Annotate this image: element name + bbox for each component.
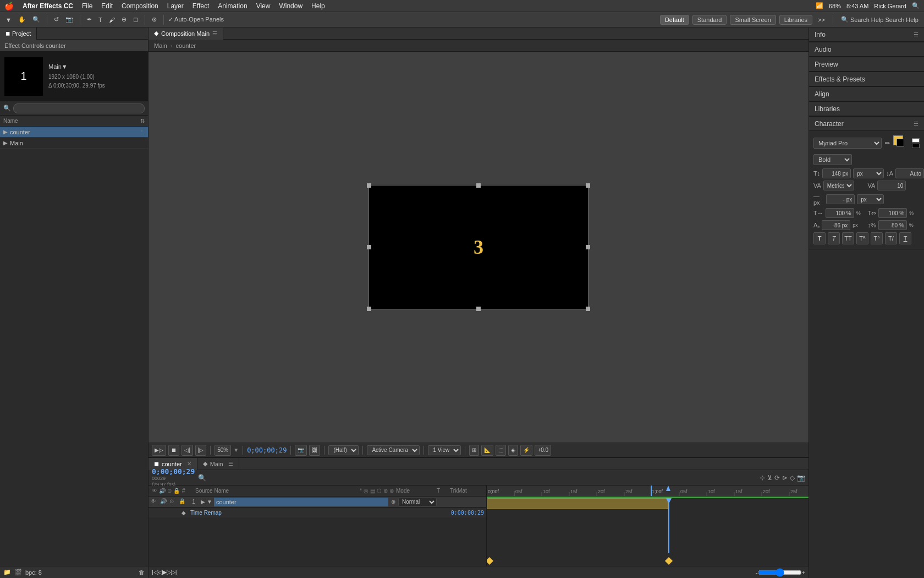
breadcrumb-child[interactable]: counter	[176, 42, 196, 49]
baseline-unit[interactable]: px	[857, 194, 883, 204]
menu-view[interactable]: View	[256, 2, 271, 10]
baseline-input[interactable]	[826, 194, 855, 204]
apple-icon[interactable]: 🍎	[4, 2, 14, 10]
layer-eye-toggle[interactable]: 👁	[151, 498, 158, 506]
audio-header[interactable]: Audio	[809, 42, 924, 57]
layer-solo-toggle[interactable]: ⊙	[169, 498, 177, 506]
new-folder-icon[interactable]: 📁	[3, 569, 11, 576]
tracking-input[interactable]	[877, 181, 906, 190]
sort-icon[interactable]: ⇅	[140, 118, 145, 124]
font-picker-icon[interactable]: ✏	[885, 140, 890, 147]
ts-sub-btn[interactable]: T/	[885, 232, 897, 244]
viewer-grid[interactable]: ⊞	[469, 445, 479, 456]
tool-type[interactable]: T	[96, 14, 105, 26]
info-header[interactable]: Info ☰	[809, 28, 924, 42]
workspace-more[interactable]: >>	[816, 14, 827, 26]
tool-hand[interactable]: ✋	[16, 14, 28, 26]
timeline-snap-icon[interactable]: ⊳	[782, 474, 788, 482]
layer-name[interactable]: counter	[214, 498, 388, 506]
kerning-select[interactable]: Metrics	[823, 181, 854, 190]
viewer-stop[interactable]: ⏹	[168, 445, 179, 456]
horiz-scale-input[interactable]	[878, 208, 907, 218]
ts-bold-btn[interactable]: T	[813, 232, 826, 244]
timeline-nav-play[interactable]: ▶	[162, 569, 167, 576]
item-options-counter[interactable]: ⋮	[139, 129, 145, 135]
comp-tab-main[interactable]: ◆ Composition Main ☰	[148, 28, 223, 40]
font-size-unit[interactable]: px	[853, 168, 884, 178]
handle-middle-left[interactable]	[367, 245, 371, 249]
timeline-zoom-slider[interactable]	[758, 568, 802, 577]
viewer-zoom-display[interactable]: 50%	[215, 445, 231, 456]
vert-scale-input[interactable]	[826, 208, 854, 218]
search-help-btn[interactable]: 🔍 Search HelpSearch Help	[839, 14, 921, 26]
tool-rotate[interactable]: ↺	[52, 14, 61, 26]
timeline-search-icon[interactable]: 🔍	[198, 474, 206, 482]
comp-tab-menu[interactable]: ☰	[212, 30, 217, 36]
effects-header[interactable]: Effects & Presets	[809, 72, 924, 86]
handle-bottom-right[interactable]	[586, 307, 590, 311]
character-header[interactable]: Character ☰	[809, 117, 924, 131]
swatch-white[interactable]	[912, 138, 920, 143]
timeline-tab-main-menu[interactable]: ☰	[228, 461, 233, 467]
font-size-input[interactable]	[822, 168, 851, 178]
align-header[interactable]: Align	[809, 87, 924, 101]
handle-top-left[interactable]	[367, 183, 371, 188]
font-select[interactable]: Myriad Pro	[813, 138, 882, 149]
tab-project[interactable]: ◼ Project	[0, 28, 37, 40]
viewer-motion-blur[interactable]: ◈	[508, 445, 518, 456]
libraries-header[interactable]: Libraries	[809, 102, 924, 116]
viewer-rulers[interactable]: 📐	[481, 445, 493, 456]
viewer-camera-select[interactable]: Active Camera	[367, 445, 420, 455]
timeline-marker-icon[interactable]: ◇	[790, 474, 795, 482]
timeline-extract-icon[interactable]: ⊻	[767, 474, 772, 482]
tool-eraser[interactable]: ◻	[131, 14, 140, 26]
viewer-exposure[interactable]: +0.0	[535, 445, 551, 456]
menu-composition[interactable]: Composition	[122, 2, 158, 10]
ts-italic-btn[interactable]: T	[828, 232, 840, 244]
timeline-timecode[interactable]: 0;00;00;29	[152, 467, 195, 476]
handle-middle-right[interactable]	[586, 245, 590, 249]
character-menu-icon[interactable]: ☰	[914, 121, 919, 127]
tool-zoom[interactable]: 🔍	[30, 14, 42, 26]
breadcrumb-root[interactable]: Main	[154, 42, 167, 49]
time-remap-keyframe-icon[interactable]: ◆	[182, 510, 186, 516]
timeline-nav-start[interactable]: |◁	[152, 569, 158, 576]
viewer-views-select[interactable]: 1 View	[428, 445, 461, 455]
handle-top-center[interactable]	[476, 183, 481, 188]
layer-mode-select[interactable]: Normal	[398, 498, 437, 506]
tool-brush[interactable]: 🖌	[107, 14, 117, 26]
leading-input[interactable]	[895, 168, 924, 178]
timeline-zoom-in[interactable]: +	[802, 569, 805, 576]
timeline-lift-icon[interactable]: ⊹	[760, 474, 765, 482]
ts-underline-btn[interactable]: T	[899, 232, 911, 244]
vert-tracking-input[interactable]	[878, 220, 907, 230]
layer-audio-toggle[interactable]: 🔊	[160, 498, 168, 506]
workspace-small-screen[interactable]: Small Screen	[730, 15, 776, 25]
ts-allcaps-btn[interactable]: TT	[842, 232, 854, 244]
menu-file[interactable]: File	[82, 2, 92, 10]
tsume-input[interactable]	[822, 220, 850, 230]
menu-window[interactable]: Window	[279, 2, 302, 10]
info-menu-icon[interactable]: ☰	[914, 31, 919, 37]
layer-expand-icon[interactable]: ▼	[207, 499, 212, 505]
new-comp-icon[interactable]: 🎬	[14, 569, 22, 576]
timeline-camera-icon[interactable]: 📷	[797, 474, 805, 482]
viewer-frame-back[interactable]: ◁|	[182, 445, 193, 456]
ts-smallcaps-btn[interactable]: Tᴿ	[856, 232, 868, 244]
workspace-default[interactable]: Default	[660, 15, 689, 25]
tool-selection[interactable]: ▼	[3, 14, 14, 26]
keyframe-start[interactable]	[487, 557, 493, 565]
menu-help[interactable]: Help	[311, 2, 325, 10]
workspace-libraries[interactable]: Libraries	[779, 15, 812, 25]
timeline-layer-counter[interactable]: 👁 🔊 ⊙ 🔒 1 ▶ ▼ counter ⊕ Normal	[148, 497, 486, 508]
tool-pen[interactable]: ✒	[85, 14, 94, 26]
tool-camera[interactable]: 📷	[63, 14, 75, 26]
style-select[interactable]: Bold	[813, 154, 852, 165]
viewer-quality-select[interactable]: (Half)	[328, 445, 359, 455]
viewer-draft[interactable]: ⚡	[520, 445, 532, 456]
tool-puppet[interactable]: ⊛	[150, 14, 159, 26]
time-remap-value[interactable]: 0;00;00;29	[451, 510, 484, 516]
menu-effect[interactable]: Effect	[193, 2, 209, 10]
handle-bottom-left[interactable]	[367, 307, 371, 311]
project-item-counter[interactable]: ▶ counter ⋮	[0, 127, 148, 138]
